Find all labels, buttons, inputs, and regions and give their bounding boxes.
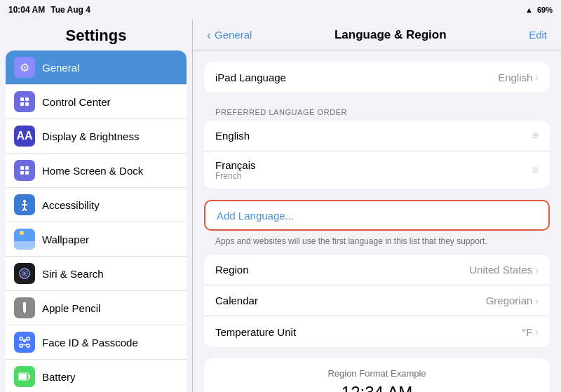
svg-rect-16 <box>23 302 26 311</box>
sidebar-item-wallpaper[interactable]: Wallpaper <box>6 222 187 257</box>
face-id-icon <box>14 332 35 353</box>
add-language-row[interactable]: Add Language... <box>204 200 550 231</box>
calendar-value: Gregorian › <box>486 295 539 306</box>
language-french-row[interactable]: Français French ≡ <box>204 151 550 189</box>
status-right: ▲ 69% <box>525 6 553 14</box>
preferred-language-header: PREFERRED LANGUAGE ORDER <box>204 104 550 121</box>
svg-marker-17 <box>23 311 26 313</box>
general-icon: ⚙ <box>14 57 35 78</box>
svg-rect-21 <box>27 344 29 347</box>
preferred-language-section: English ≡ Français French ≡ <box>204 121 550 189</box>
region-label: Region <box>215 264 249 276</box>
sidebar-title: Settings <box>0 20 192 50</box>
sidebar-item-general[interactable]: ⚙ General <box>6 50 187 85</box>
svg-rect-6 <box>20 171 24 175</box>
region-row[interactable]: Region United States › <box>204 255 550 285</box>
ipad-language-row[interactable]: iPad Language English › <box>204 62 550 93</box>
display-brightness-label: Display & Brightness <box>42 130 139 142</box>
svg-rect-3 <box>25 102 29 106</box>
back-chevron-icon: ‹ <box>207 29 211 41</box>
svg-rect-1 <box>25 97 29 101</box>
region-value: United States › <box>469 264 539 276</box>
sidebar-item-battery[interactable]: Battery <box>6 360 187 392</box>
svg-rect-19 <box>27 337 29 340</box>
siri-icon <box>14 263 35 284</box>
svg-point-22 <box>24 340 26 342</box>
ipad-language-section: iPad Language English › <box>204 62 550 93</box>
svg-rect-4 <box>20 166 24 170</box>
region-settings-section: Region United States › Calendar Gregoria… <box>204 255 550 347</box>
status-left: 10:04 AM Tue Aug 4 <box>8 5 90 15</box>
ipad-language-chevron: › <box>535 72 539 83</box>
calendar-chevron: › <box>535 295 539 306</box>
calendar-label: Calendar <box>215 295 258 306</box>
detail-panel: ‹ General Language & Region Edit iPad La… <box>193 20 561 392</box>
accessibility-label: Accessibility <box>42 199 100 211</box>
svg-rect-2 <box>20 102 24 106</box>
ipad-language-value-text: English <box>498 72 532 83</box>
time-display: 10:04 AM <box>8 5 45 15</box>
control-center-icon <box>14 91 35 112</box>
svg-point-15 <box>23 272 26 275</box>
edit-button[interactable]: Edit <box>529 29 547 41</box>
sidebar-item-home-screen[interactable]: Home Screen & Dock <box>6 154 187 188</box>
detail-content: iPad Language English › PREFERRED LANGUA… <box>193 50 561 392</box>
battery-label: Battery <box>42 371 76 383</box>
language-english-label: English <box>215 130 250 142</box>
language-english-row[interactable]: English ≡ <box>204 121 550 151</box>
svg-rect-24 <box>29 375 30 379</box>
region-format-time: 12:34 AM <box>215 383 539 392</box>
svg-line-12 <box>25 208 27 211</box>
temperature-value: °F › <box>522 326 539 338</box>
battery-display: 69% <box>537 6 553 14</box>
back-label: General <box>215 29 252 41</box>
back-button[interactable]: ‹ General <box>207 29 252 41</box>
ipad-language-label: iPad Language <box>215 72 286 83</box>
svg-point-8 <box>23 200 26 203</box>
apple-pencil-icon <box>14 297 35 318</box>
display-brightness-icon: AA <box>14 126 35 147</box>
general-label: General <box>42 62 79 74</box>
language-french-sublabel: French <box>215 171 256 181</box>
sidebar-item-apple-pencil[interactable]: Apple Pencil <box>6 291 187 325</box>
siri-label: Siri & Search <box>42 268 104 280</box>
sidebar-item-face-id[interactable]: Face ID & Passcode <box>6 325 187 360</box>
region-chevron: › <box>535 264 539 276</box>
svg-rect-5 <box>25 166 29 170</box>
control-center-label: Control Center <box>42 96 111 108</box>
sidebar-item-control-center[interactable]: Control Center <box>6 85 187 119</box>
wifi-icon: ▲ <box>525 6 533 14</box>
ipad-language-value: English › <box>498 72 539 83</box>
language-french-label: Français <box>215 159 256 171</box>
temperature-label: Temperature Unit <box>215 326 296 338</box>
region-format-example: Region Format Example 12:34 AM Saturday,… <box>204 358 550 392</box>
home-screen-label: Home Screen & Dock <box>42 165 143 177</box>
home-screen-icon <box>14 160 35 181</box>
date-display: Tue Aug 4 <box>50 5 90 15</box>
apple-pencil-label: Apple Pencil <box>42 302 100 314</box>
sidebar-item-siri[interactable]: Siri & Search <box>6 257 187 291</box>
svg-rect-7 <box>25 171 29 175</box>
detail-title: Language & Region <box>334 28 447 42</box>
wallpaper-icon <box>14 229 35 250</box>
svg-rect-18 <box>20 337 22 340</box>
french-lang-container: Français French <box>215 159 256 181</box>
sidebar-item-accessibility[interactable]: Accessibility <box>6 188 187 222</box>
temperature-row[interactable]: Temperature Unit °F › <box>204 316 550 347</box>
svg-rect-20 <box>20 344 22 347</box>
sidebar-item-display-brightness[interactable]: AA Display & Brightness <box>6 119 187 154</box>
language-note: Apps and websites will use the first lan… <box>204 234 550 255</box>
temperature-value-text: °F <box>522 326 532 338</box>
region-format-title: Region Format Example <box>215 368 539 379</box>
calendar-value-text: Gregorian <box>486 295 533 306</box>
wallpaper-label: Wallpaper <box>42 234 89 245</box>
detail-header: ‹ General Language & Region Edit <box>193 20 561 50</box>
status-bar: 10:04 AM Tue Aug 4 ▲ 69% <box>0 0 561 20</box>
accessibility-icon <box>14 194 35 215</box>
calendar-row[interactable]: Calendar Gregorian › <box>204 285 550 316</box>
battery-icon <box>14 366 35 387</box>
add-language-label: Add Language... <box>217 210 294 222</box>
region-value-text: United States <box>469 264 532 276</box>
temperature-chevron: › <box>535 326 539 337</box>
sidebar: Settings ⚙ General Control Center AA Dis… <box>0 20 193 392</box>
